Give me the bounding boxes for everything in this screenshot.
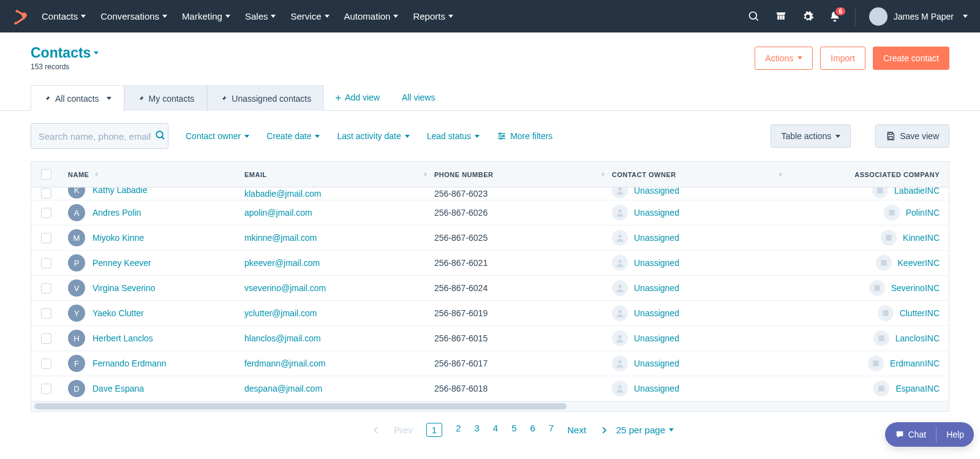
page-number-7[interactable]: 7 xyxy=(549,423,554,437)
company-link[interactable]: SeverinoINC xyxy=(891,283,940,293)
marketplace-icon[interactable] xyxy=(774,10,788,23)
settings-icon[interactable] xyxy=(801,10,815,23)
next-page-arrow[interactable] xyxy=(600,426,608,434)
nav-item-conversations[interactable]: Conversations xyxy=(100,11,167,21)
page-title-dropdown[interactable]: Contacts xyxy=(31,45,99,61)
row-checkbox[interactable] xyxy=(41,384,51,394)
contact-email-link[interactable]: apolin@jmail.com xyxy=(244,208,312,218)
contact-owner-link[interactable]: Unassigned xyxy=(634,283,679,293)
company-link[interactable]: EspanaINC xyxy=(895,384,940,393)
search-input[interactable] xyxy=(39,131,155,142)
page-number-2[interactable]: 2 xyxy=(456,423,461,437)
svg-point-15 xyxy=(500,138,502,140)
row-checkbox[interactable] xyxy=(41,358,51,369)
user-menu[interactable]: James M Paper xyxy=(869,7,968,26)
contact-owner-link[interactable]: Unassigned xyxy=(634,308,679,318)
contact-name-link[interactable]: Fernando Erdmann xyxy=(92,358,167,368)
contact-name-link[interactable]: Miyoko Kinne xyxy=(92,233,144,243)
row-checkbox[interactable] xyxy=(41,308,51,319)
next-page-link[interactable]: Next xyxy=(567,425,586,435)
company-link[interactable]: KeeverINC xyxy=(898,258,940,268)
contact-owner-link[interactable]: Unassigned xyxy=(634,208,679,218)
records-count: 153 records xyxy=(31,63,99,71)
notifications-icon[interactable]: 6 xyxy=(828,10,842,23)
nav-item-automation[interactable]: Automation xyxy=(344,11,399,21)
contact-name-link[interactable]: Yaeko Clutter xyxy=(92,308,144,318)
select-all-checkbox[interactable] xyxy=(41,169,51,180)
row-checkbox[interactable] xyxy=(41,283,51,294)
filter-last-activity[interactable]: Last activity date xyxy=(337,131,409,141)
contact-owner-link[interactable]: Unassigned xyxy=(634,333,679,343)
search-icon[interactable] xyxy=(747,10,761,23)
svg-rect-27 xyxy=(874,285,880,290)
more-filters-link[interactable]: More filters xyxy=(497,131,552,141)
contact-name-link[interactable]: Herbert Lanclos xyxy=(92,333,153,343)
row-checkbox[interactable] xyxy=(41,333,51,344)
hubspot-logo[interactable] xyxy=(12,9,28,25)
contact-owner-link[interactable]: Unassigned xyxy=(634,358,679,368)
contact-owner-link[interactable]: Unassigned xyxy=(634,258,679,268)
col-name[interactable]: NAME xyxy=(68,171,89,178)
actions-button[interactable]: Actions xyxy=(755,47,813,70)
col-company[interactable]: ASSOCIATED COMPANY xyxy=(854,171,940,178)
per-page-dropdown[interactable]: 25 per page xyxy=(616,425,674,435)
page-number-4[interactable]: 4 xyxy=(493,423,498,437)
contact-owner-link[interactable]: Unassigned xyxy=(634,233,679,243)
contact-email-link[interactable]: yclutter@jmail.com xyxy=(244,308,317,318)
company-link[interactable]: PolinINC xyxy=(906,208,940,218)
contact-name-link[interactable]: Penney Keever xyxy=(92,258,151,268)
contact-email-link[interactable]: mkinne@jmail.com xyxy=(244,233,317,243)
contact-name-link[interactable]: Kathy Labadie xyxy=(92,188,148,195)
row-checkbox[interactable] xyxy=(41,208,51,218)
table-actions-button[interactable]: Table actions xyxy=(771,124,851,148)
contact-email-link[interactable]: pkeever@jmail.com xyxy=(244,258,320,268)
svg-point-34 xyxy=(618,385,621,389)
contact-owner-link[interactable]: Unassigned xyxy=(634,384,679,393)
search-icon[interactable] xyxy=(155,130,166,143)
tab-unassigned-contacts[interactable]: Unassigned contacts xyxy=(207,85,324,111)
all-views-link[interactable]: All views xyxy=(391,85,446,110)
help-button[interactable]: Help xyxy=(937,430,974,439)
contact-email-link[interactable]: hlanclos@jmail.com xyxy=(244,333,321,343)
company-link[interactable]: LabadieINC xyxy=(894,188,940,195)
contact-name-link[interactable]: Virgina Severino xyxy=(92,283,155,293)
contact-email-link[interactable]: klabadie@jmail.com xyxy=(244,189,321,199)
nav-item-reports[interactable]: Reports xyxy=(413,11,453,21)
save-view-button[interactable]: Save view xyxy=(875,124,949,148)
create-contact-button[interactable]: Create contact xyxy=(873,47,949,70)
company-link[interactable]: KinneINC xyxy=(903,233,940,243)
add-view-link[interactable]: + Add view xyxy=(324,85,391,110)
contact-avatar: P xyxy=(68,254,85,271)
page-number-6[interactable]: 6 xyxy=(530,423,535,437)
horizontal-scrollbar[interactable] xyxy=(31,401,949,411)
import-button[interactable]: Import xyxy=(820,47,865,70)
chat-button[interactable]: Chat xyxy=(885,430,937,439)
col-phone[interactable]: PHONE NUMBER xyxy=(434,171,493,178)
tab-all-contacts[interactable]: All contacts xyxy=(31,85,124,111)
filter-contact-owner[interactable]: Contact owner xyxy=(186,131,249,141)
filter-lead-status[interactable]: Lead status xyxy=(427,131,480,141)
contact-owner-link[interactable]: Unassigned xyxy=(634,188,679,195)
nav-item-contacts[interactable]: Contacts xyxy=(42,11,86,21)
contact-email-link[interactable]: despana@jmail.com xyxy=(244,384,322,393)
row-checkbox[interactable] xyxy=(41,233,51,243)
page-number-1[interactable]: 1 xyxy=(426,423,442,437)
contact-email-link[interactable]: vseverino@jmail.com xyxy=(244,283,326,293)
row-checkbox[interactable] xyxy=(41,258,51,268)
col-owner[interactable]: CONTACT OWNER xyxy=(612,171,676,178)
company-link[interactable]: LanclosINC xyxy=(895,333,940,343)
nav-item-service[interactable]: Service xyxy=(290,11,329,21)
col-email[interactable]: EMAIL xyxy=(244,171,267,178)
contact-name-link[interactable]: Andres Polin xyxy=(92,208,141,218)
page-number-3[interactable]: 3 xyxy=(474,423,479,437)
contact-name-link[interactable]: Dave Espana xyxy=(92,384,144,393)
page-number-5[interactable]: 5 xyxy=(511,423,516,437)
company-link[interactable]: ClutterINC xyxy=(900,308,940,318)
company-link[interactable]: ErdmannINC xyxy=(890,358,940,368)
nav-item-sales[interactable]: Sales xyxy=(245,11,276,21)
contact-email-link[interactable]: ferdmann@jmail.com xyxy=(244,358,325,368)
filter-create-date[interactable]: Create date xyxy=(266,131,320,141)
row-checkbox[interactable] xyxy=(41,188,51,199)
nav-item-marketing[interactable]: Marketing xyxy=(182,11,230,21)
tab-my-contacts[interactable]: My contacts xyxy=(124,85,208,111)
